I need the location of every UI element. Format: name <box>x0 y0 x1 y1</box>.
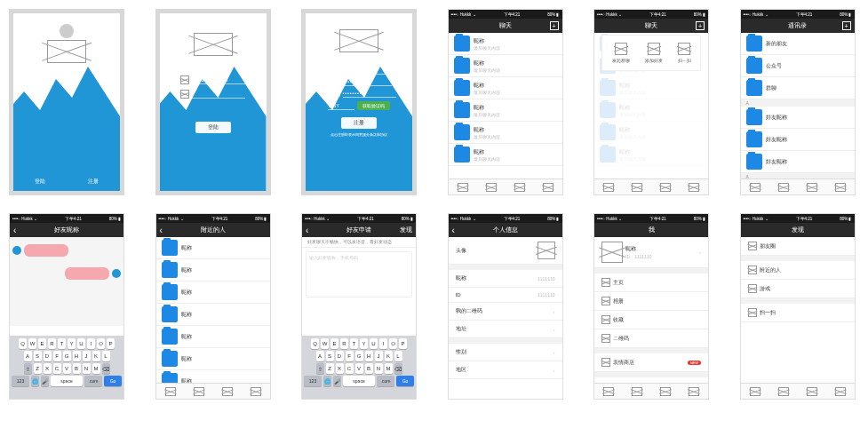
key-I[interactable]: I <box>87 338 95 349</box>
key-K[interactable]: K <box>385 351 393 361</box>
key-N[interactable]: N <box>83 363 91 374</box>
key-globe[interactable]: 🌐 <box>31 376 39 386</box>
add-icon[interactable] <box>842 21 851 30</box>
self-avatar[interactable] <box>112 269 121 278</box>
chat-list-item[interactable]: 昵称最后聊天内容 <box>594 144 708 166</box>
contacts-top-item[interactable]: 群聊 <box>741 77 855 99</box>
key-D[interactable]: D <box>336 351 344 361</box>
key-B[interactable]: B <box>365 363 373 374</box>
key-go[interactable]: Go <box>104 376 122 386</box>
key-Z[interactable]: Z <box>326 363 334 374</box>
key-123[interactable]: 123 <box>12 376 29 386</box>
key-V[interactable]: V <box>355 363 363 374</box>
key-E[interactable]: E <box>38 338 46 349</box>
cell-favorites[interactable]: 收藏 <box>594 311 708 329</box>
key-M[interactable]: M <box>385 363 393 374</box>
password-field[interactable] <box>192 91 245 99</box>
key-R[interactable]: R <box>340 338 348 349</box>
key-F[interactable]: F <box>346 351 354 361</box>
key-Q[interactable]: Q <box>311 338 319 349</box>
email-field[interactable]: liu3167@163.com <box>192 76 245 84</box>
key-Q[interactable]: Q <box>19 338 27 349</box>
tab-chat[interactable] <box>449 179 477 194</box>
cell-address[interactable]: 地址› <box>449 321 562 338</box>
key-space[interactable]: space <box>343 376 375 386</box>
cell-qrcode[interactable]: 我的二维码› <box>449 303 562 321</box>
nearby-item[interactable]: 昵称 <box>156 259 270 281</box>
discover-link[interactable]: 发现 <box>396 223 416 237</box>
key-A[interactable]: A <box>24 351 32 361</box>
contact-item[interactable]: 好友昵称 <box>741 129 855 151</box>
register-button[interactable]: 注册 <box>88 178 99 186</box>
cell-homepage[interactable]: 主页 <box>594 274 708 292</box>
contact-item[interactable]: 好友昵称 <box>741 151 855 173</box>
chat-list-item[interactable]: 昵称最后聊天内容 <box>449 77 562 99</box>
chat-list-item[interactable]: 昵称最后聊天内容 <box>449 33 562 55</box>
tab-me[interactable] <box>534 179 562 194</box>
menu-scan[interactable]: 扫一扫 <box>678 43 691 63</box>
chat-list-item[interactable]: 昵称最后聊天内容 <box>594 99 708 122</box>
cell-scan[interactable]: 扫一扫 <box>741 304 855 322</box>
key-H[interactable]: H <box>73 351 81 361</box>
chat-area[interactable] <box>10 237 123 326</box>
key-M[interactable]: M <box>92 363 100 374</box>
key-G[interactable]: G <box>355 351 363 361</box>
menu-add-friend[interactable]: 添加好友 <box>645 43 663 63</box>
nearby-item[interactable]: 昵称 <box>156 348 270 370</box>
search-input[interactable]: 输入好友昵称，手机号码 <box>306 251 412 297</box>
key-globe[interactable]: 🌐 <box>323 376 331 386</box>
key-delete[interactable]: ⌫ <box>394 363 402 374</box>
key-X[interactable]: X <box>44 363 52 374</box>
cell-gender[interactable]: 性别› <box>449 344 562 361</box>
key-X[interactable]: X <box>336 363 344 374</box>
key-A[interactable]: A <box>316 351 324 361</box>
chat-list-item[interactable]: 昵称最后聊天内容 <box>449 55 562 77</box>
cell-nickname[interactable]: 昵称1111110 <box>449 270 562 288</box>
back-button[interactable] <box>10 223 20 237</box>
contacts-top-item[interactable]: 公众号 <box>741 55 855 77</box>
key-mic[interactable]: 🎤 <box>41 376 49 386</box>
key-space[interactable]: space <box>51 376 83 386</box>
nearby-item[interactable]: 昵称 <box>156 326 270 348</box>
key-J[interactable]: J <box>375 351 383 361</box>
key-L[interactable]: L <box>394 351 402 361</box>
menu-group-chat[interactable]: 发起群聊 <box>612 43 630 63</box>
cell-profile-header[interactable]: 昵称 ID：1111110 › <box>594 237 708 268</box>
key-L[interactable]: L <box>102 351 110 361</box>
key-go[interactable]: Go <box>396 376 414 386</box>
confirm-field[interactable]: •••••••• <box>343 90 396 98</box>
cell-moments[interactable]: 朋友圈 <box>741 237 855 256</box>
key-123[interactable]: 123 <box>304 376 322 386</box>
tab-discover[interactable] <box>506 179 534 194</box>
nearby-item[interactable]: 昵称 <box>156 237 270 259</box>
back-button[interactable] <box>302 223 312 237</box>
register-submit-button[interactable]: 注册 <box>341 117 377 129</box>
key-F[interactable]: F <box>53 351 61 361</box>
captcha-field[interactable]: 7KBY <box>328 102 354 110</box>
chat-list-item[interactable]: 昵称最后聊天内容 <box>594 122 708 144</box>
cell-sticker-store[interactable]: 表情商店NEW <box>594 353 708 372</box>
key-S[interactable]: S <box>34 351 42 361</box>
login-submit-button[interactable]: 登陆 <box>195 122 231 133</box>
add-icon[interactable] <box>550 21 559 30</box>
key-H[interactable]: H <box>365 351 373 361</box>
key-P[interactable]: P <box>399 338 407 349</box>
key-W[interactable]: W <box>28 338 36 349</box>
key-N[interactable]: N <box>375 363 383 374</box>
key-C[interactable]: C <box>53 363 61 374</box>
password-field[interactable]: •••••••• <box>338 78 392 86</box>
nearby-item[interactable]: 昵称 <box>156 370 270 383</box>
key-J[interactable]: J <box>83 351 91 361</box>
key-U[interactable]: U <box>370 338 378 349</box>
key-mic[interactable]: 🎤 <box>333 376 341 386</box>
key-V[interactable]: V <box>63 363 71 374</box>
add-icon[interactable] <box>696 21 705 30</box>
cell-qrcode[interactable]: 二维码 <box>594 329 708 348</box>
key-Y[interactable]: Y <box>360 338 368 349</box>
key-T[interactable]: T <box>58 338 66 349</box>
key-D[interactable]: D <box>44 351 52 361</box>
key-S[interactable]: S <box>326 351 334 361</box>
key-shift[interactable]: ⇧ <box>24 363 32 374</box>
chat-list-item[interactable]: 昵称最后聊天内容 <box>449 122 562 144</box>
chat-list-item[interactable]: 昵称最后聊天内容 <box>594 77 708 99</box>
